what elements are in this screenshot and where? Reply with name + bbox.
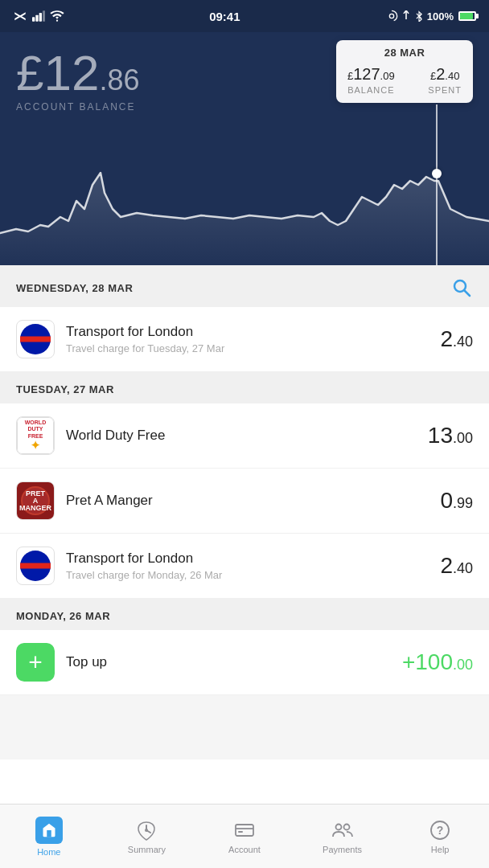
nav-item-summary[interactable]: Summary [98, 805, 196, 868]
svg-text:?: ? [437, 824, 444, 837]
status-right: 100% [385, 10, 476, 23]
nav-item-help[interactable]: ? Help [391, 805, 489, 868]
pret-logo: PRETAMANGER [16, 481, 55, 520]
svg-rect-13 [236, 825, 253, 836]
transaction-info-tfl-tue: Transport for London Travel charge for M… [66, 551, 440, 581]
svg-rect-2 [39, 13, 42, 22]
status-bar: 09:41 100% [0, 0, 489, 32]
tooltip-spent-decimal: .40 [445, 70, 459, 82]
amount-main-pret: 0 [440, 488, 453, 513]
transaction-amount-wdf: 13.00 [428, 423, 473, 448]
tfl-bar [20, 337, 51, 342]
home-icon-bg [35, 817, 63, 844]
svg-rect-3 [43, 10, 45, 21]
chart-indicator-dot [432, 169, 442, 178]
transaction-info-topup: Top up [66, 654, 402, 670]
svg-point-17 [343, 824, 349, 829]
tooltip-spent-main: 2 [436, 65, 445, 83]
search-icon [451, 277, 472, 298]
amount-main: 2 [440, 326, 453, 351]
help-question-icon: ? [429, 819, 451, 841]
search-button[interactable] [450, 276, 473, 299]
svg-point-4 [389, 14, 393, 18]
status-left [13, 10, 64, 22]
date-label-tue: TUESDAY, 27 MAR [16, 383, 114, 395]
svg-rect-9 [47, 830, 51, 837]
chart-indicator-line [436, 104, 438, 265]
wdf-logo-box: WORLDDUTYFREE ✦ [17, 417, 54, 454]
balance-chart [0, 104, 489, 265]
svg-point-12 [145, 829, 148, 832]
topup-logo-container: + [16, 643, 55, 682]
pret-logo-box: PRETAMANGER [17, 481, 54, 520]
amount-main-wdf: 13 [428, 423, 453, 448]
amount-decimal-pret: .99 [453, 495, 473, 511]
tfl-outer [20, 324, 51, 354]
amount-decimal-wdf: .00 [453, 430, 473, 446]
tooltip-card: 28 MAR £127.09 BALANCE £2.40 SPENT [336, 40, 473, 103]
tooltip-spent: £2.40 SPENT [428, 65, 462, 95]
svg-rect-0 [32, 17, 35, 21]
balance-decimal: .86 [99, 63, 139, 96]
date-header-tue: TUESDAY, 27 MAR [0, 372, 489, 403]
summary-icon [135, 819, 158, 841]
status-time: 09:41 [209, 10, 240, 23]
nav-item-payments[interactable]: Payments [294, 805, 392, 868]
transaction-name-pret: Pret A Manger [66, 493, 440, 509]
tooltip-row: £127.09 BALANCE £2.40 SPENT [347, 65, 462, 95]
amount-decimal: .40 [453, 334, 473, 350]
amount-main-tfl-tue: 2 [440, 553, 453, 578]
bottom-nav: Home Summary Account [0, 804, 489, 868]
tooltip-balance-decimal: .09 [380, 70, 395, 82]
nav-label-help: Help [431, 845, 450, 854]
transaction-tfl-wed[interactable]: Transport for London Travel charge for T… [0, 307, 489, 372]
bluetooth-icon [414, 10, 424, 22]
transaction-topup[interactable]: + Top up +100.00 [0, 630, 489, 695]
battery-percent: 100% [427, 10, 454, 23]
transaction-wdf[interactable]: WORLDDUTYFREE ✦ World Duty Free 13.00 [0, 403, 489, 469]
topup-logo: + [16, 643, 55, 682]
svg-rect-1 [35, 15, 38, 22]
transaction-amount-tfl-tue: 2.40 [440, 553, 473, 579]
tooltip-spent-amount: £2.40 [428, 65, 462, 84]
svg-point-16 [335, 824, 341, 829]
svg-line-8 [465, 291, 471, 297]
signal-icon [32, 10, 45, 22]
pret-inner: PRETAMANGER [21, 486, 50, 515]
payments-people-icon [331, 819, 354, 841]
tooltip-date: 28 MAR [347, 47, 462, 59]
transaction-sub-tfl-tue: Travel charge for Monday, 26 Mar [66, 569, 440, 581]
nav-label-home: Home [37, 847, 60, 857]
date-label-wed: WEDNESDAY, 28 MAR [16, 282, 133, 294]
location-icon [385, 10, 398, 23]
date-header-mon: MONDAY, 26 MAR [0, 599, 489, 630]
tooltip-balance-label: BALANCE [347, 85, 395, 95]
account-card-icon [233, 819, 256, 841]
nav-item-home[interactable]: Home [0, 805, 98, 868]
airplane-icon [13, 10, 27, 22]
wifi-icon [50, 10, 64, 22]
transaction-pret[interactable]: PRETAMANGER Pret A Manger 0.99 [0, 469, 489, 534]
wdf-logo: WORLDDUTYFREE ✦ [16, 416, 55, 455]
nav-item-account[interactable]: Account [195, 805, 294, 868]
tfl-logo-tue [16, 547, 55, 585]
tooltip-balance-main: 127 [353, 65, 380, 83]
payments-icon [331, 819, 354, 841]
account-icon [233, 819, 256, 841]
date-header-wed: WEDNESDAY, 28 MAR [0, 265, 489, 307]
transaction-name-tfl-tue: Transport for London [66, 551, 440, 567]
transaction-info-pret: Pret A Manger [66, 493, 440, 509]
tooltip-balance: £127.09 BALANCE [347, 65, 395, 95]
transaction-name-tfl-wed: Transport for London [66, 324, 440, 340]
tooltip-balance-amount: £127.09 [347, 65, 395, 84]
transaction-amount-tfl-wed: 2.40 [440, 326, 473, 352]
transaction-sub-tfl-wed: Travel charge for Tuesday, 27 Mar [66, 342, 440, 354]
nav-label-payments: Payments [323, 845, 362, 854]
nav-label-summary: Summary [128, 845, 166, 854]
tfl-outer-2 [20, 551, 51, 581]
transaction-tfl-tue[interactable]: Transport for London Travel charge for M… [0, 534, 489, 599]
balance-main: £12.86 [16, 48, 140, 98]
transaction-info-wdf: World Duty Free [66, 428, 428, 444]
tfl-logo-wed [16, 320, 55, 358]
tooltip-spent-label: SPENT [428, 85, 462, 95]
